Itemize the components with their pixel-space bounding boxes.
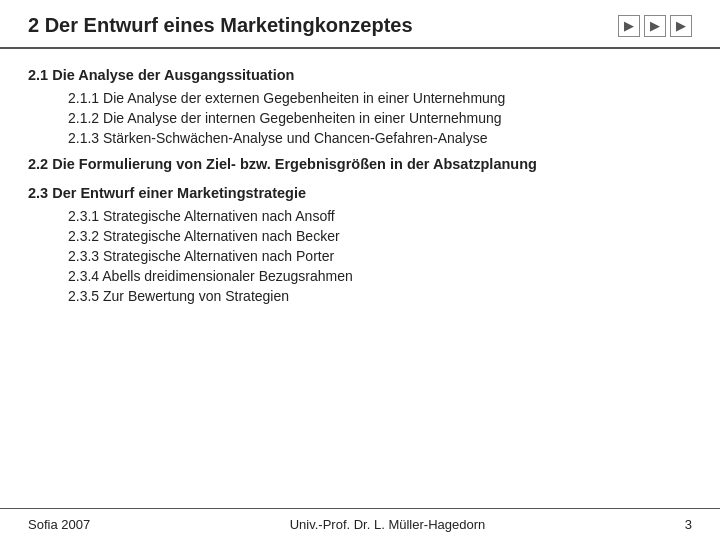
- section-item: 2.3.2 Strategische Alternativen nach Bec…: [68, 226, 692, 246]
- page: 2 Der Entwurf eines Marketingkonzeptes ▶…: [0, 0, 720, 540]
- footer-right: 3: [685, 517, 692, 532]
- icon-2: ▶: [644, 15, 666, 37]
- footer: Sofia 2007 Univ.-Prof. Dr. L. Müller-Hag…: [0, 508, 720, 540]
- section-item: 2.3.1 Strategische Alternativen nach Ans…: [68, 206, 692, 226]
- footer-left: Sofia 2007: [28, 517, 90, 532]
- header: 2 Der Entwurf eines Marketingkonzeptes ▶…: [0, 0, 720, 49]
- section-item: 2.1 Die Analyse der Ausgangssituation: [28, 65, 692, 85]
- section-item: 2.3.4 Abells dreidimensionaler Bezugsrah…: [68, 266, 692, 286]
- footer-center: Univ.-Prof. Dr. L. Müller-Hagedorn: [290, 517, 486, 532]
- section-item: 2.1.1 Die Analyse der externen Gegebenhe…: [68, 88, 692, 108]
- section-item: 2.1.3 Stärken-Schwächen-Analyse und Chan…: [68, 128, 692, 148]
- section-item: 2.3 Der Entwurf einer Marketingstrategie: [28, 183, 692, 203]
- icon-3: ▶: [670, 15, 692, 37]
- page-title: 2 Der Entwurf eines Marketingkonzeptes: [28, 14, 413, 37]
- icon-1: ▶: [618, 15, 640, 37]
- content: 2.1 Die Analyse der Ausgangssituation2.1…: [0, 49, 720, 508]
- section-item: 2.3.3 Strategische Alternativen nach Por…: [68, 246, 692, 266]
- section-item: 2.2 Die Formulierung von Ziel- bzw. Erge…: [28, 154, 692, 174]
- section-item: 2.3.5 Zur Bewertung von Strategien: [68, 286, 692, 306]
- header-icons: ▶ ▶ ▶: [618, 15, 692, 37]
- section-item: 2.1.2 Die Analyse der internen Gegebenhe…: [68, 108, 692, 128]
